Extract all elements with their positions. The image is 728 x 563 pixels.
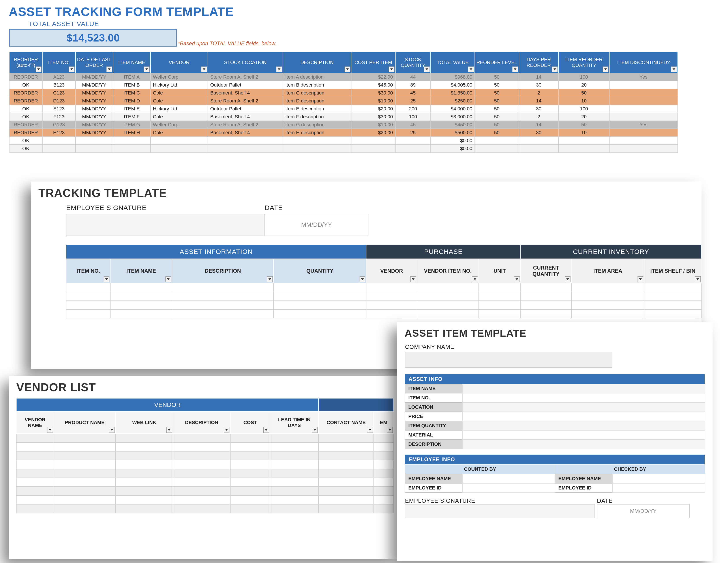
table-cell[interactable]: 20: [559, 81, 609, 89]
table-cell[interactable]: [230, 460, 270, 469]
col-header[interactable]: VENDOR NAME: [16, 412, 54, 434]
col-header[interactable]: ITEM NAME: [113, 52, 150, 73]
table-cell[interactable]: MM/DD/YY: [75, 113, 113, 121]
filter-icon[interactable]: [104, 276, 109, 282]
table-cell[interactable]: [374, 504, 394, 513]
col-header[interactable]: DESCRIPTION: [283, 52, 351, 73]
table-cell[interactable]: $500.00: [431, 129, 475, 137]
table-cell[interactable]: [113, 145, 150, 152]
table-cell[interactable]: [113, 137, 150, 145]
table-cell[interactable]: [16, 504, 54, 513]
table-cell[interactable]: [319, 495, 374, 504]
table-cell[interactable]: [173, 451, 230, 460]
table-cell[interactable]: OK: [9, 113, 42, 121]
filter-icon[interactable]: [565, 276, 570, 282]
table-cell[interactable]: [366, 283, 417, 292]
table-cell[interactable]: Basement, Shelf 4: [208, 89, 283, 97]
table-cell[interactable]: [230, 495, 270, 504]
table-cell[interactable]: [274, 283, 366, 292]
table-cell[interactable]: $450.00: [431, 121, 475, 129]
table-cell[interactable]: $45.00: [351, 81, 395, 89]
emp-field[interactable]: [462, 474, 555, 483]
table-cell[interactable]: G123: [42, 121, 75, 129]
table-cell[interactable]: [374, 451, 394, 460]
table-cell[interactable]: 20: [559, 113, 609, 121]
table-cell[interactable]: 2: [519, 113, 559, 121]
table-cell[interactable]: MM/DD/YY: [75, 105, 113, 113]
filter-icon[interactable]: [201, 66, 207, 72]
table-cell[interactable]: [172, 292, 274, 301]
col-header[interactable]: ITEM DISCONTINUED?: [609, 52, 678, 73]
table-cell[interactable]: [644, 310, 702, 319]
table-cell[interactable]: Cole: [150, 97, 208, 105]
table-cell[interactable]: Item A description: [283, 73, 351, 81]
table-cell[interactable]: Yes: [609, 73, 678, 81]
table-cell[interactable]: [16, 451, 54, 460]
filter-icon[interactable]: [165, 276, 171, 282]
table-cell[interactable]: [54, 434, 116, 443]
emp-field[interactable]: [612, 483, 705, 493]
table-cell[interactable]: MM/DD/YY: [75, 89, 113, 97]
table-cell[interactable]: [54, 460, 116, 469]
table-cell[interactable]: 14: [519, 97, 559, 105]
table-cell[interactable]: [417, 310, 479, 319]
table-cell[interactable]: [374, 434, 394, 443]
table-cell[interactable]: [116, 469, 173, 478]
table-cell[interactable]: [319, 478, 374, 487]
table-cell[interactable]: ITEM D: [113, 97, 150, 105]
table-cell[interactable]: [116, 451, 173, 460]
table-cell[interactable]: $4,005.00: [431, 81, 475, 89]
table-cell[interactable]: [75, 137, 113, 145]
table-cell[interactable]: [16, 443, 54, 451]
table-cell[interactable]: 10: [559, 97, 609, 105]
table-cell[interactable]: [54, 495, 116, 504]
col-header[interactable]: REORDER (auto-fill): [9, 52, 42, 73]
table-cell[interactable]: [230, 504, 270, 513]
table-cell[interactable]: $4,000.00: [431, 105, 475, 113]
table-cell[interactable]: H123: [42, 129, 75, 137]
table-cell[interactable]: [54, 469, 116, 478]
filter-icon[interactable]: [263, 427, 269, 433]
table-cell[interactable]: $20.00: [351, 129, 395, 137]
table-cell[interactable]: [519, 137, 559, 145]
col-header[interactable]: ITEM NAME: [110, 259, 172, 283]
table-cell[interactable]: [283, 137, 351, 145]
table-cell[interactable]: A123: [42, 73, 75, 81]
filter-icon[interactable]: [638, 276, 643, 282]
table-cell[interactable]: 14: [519, 73, 559, 81]
table-cell[interactable]: 89: [395, 81, 431, 89]
table-cell[interactable]: ITEM C: [113, 89, 150, 97]
table-cell[interactable]: [479, 283, 521, 292]
table-cell[interactable]: [479, 310, 521, 319]
table-cell[interactable]: [374, 460, 394, 469]
table-cell[interactable]: [173, 478, 230, 487]
table-cell[interactable]: $30.00: [351, 89, 395, 97]
table-cell[interactable]: [172, 283, 274, 292]
table-cell[interactable]: $1,350.00: [431, 89, 475, 97]
table-cell[interactable]: [644, 301, 702, 310]
table-cell[interactable]: [644, 292, 702, 301]
table-cell[interactable]: F123: [42, 113, 75, 121]
table-cell[interactable]: [374, 443, 394, 451]
asset-item-date-field[interactable]: MM/DD/YY: [597, 504, 690, 518]
table-cell[interactable]: [351, 137, 395, 145]
table-cell[interactable]: [230, 478, 270, 487]
table-cell[interactable]: [270, 495, 319, 504]
table-cell[interactable]: Hickory Ltd.: [150, 105, 208, 113]
table-cell[interactable]: [208, 145, 283, 152]
col-header[interactable]: CONTACT NAME: [319, 412, 374, 434]
filter-icon[interactable]: [367, 427, 373, 433]
table-cell[interactable]: [521, 283, 571, 292]
table-cell[interactable]: [172, 310, 274, 319]
table-cell[interactable]: ITEM E: [113, 105, 150, 113]
table-cell[interactable]: [116, 434, 173, 443]
table-cell[interactable]: [75, 145, 113, 152]
table-cell[interactable]: [116, 495, 173, 504]
table-cell[interactable]: [374, 495, 394, 504]
table-cell[interactable]: [270, 443, 319, 451]
table-cell[interactable]: [116, 487, 173, 495]
table-cell[interactable]: MM/DD/YY: [75, 121, 113, 129]
info-field[interactable]: [462, 421, 705, 430]
col-header[interactable]: DAYS PER REORDER: [519, 52, 559, 73]
table-cell[interactable]: [475, 145, 519, 152]
